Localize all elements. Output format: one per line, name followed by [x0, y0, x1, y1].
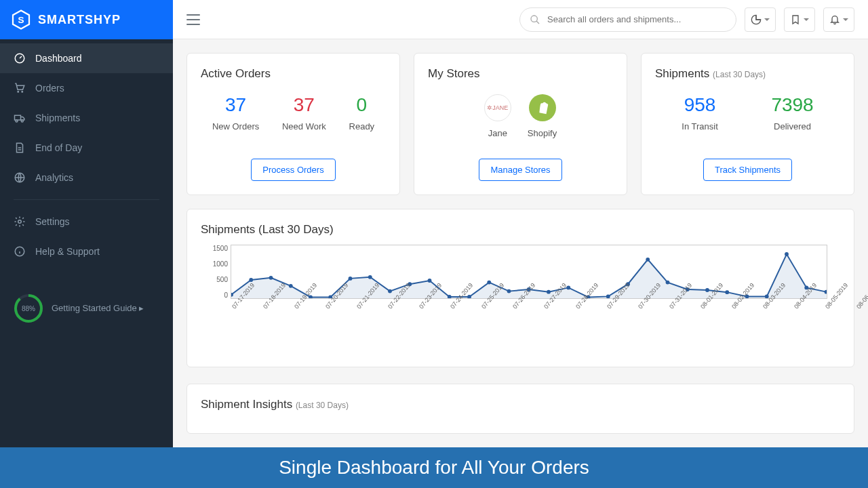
getting-started-label: Getting Started Guide ▸	[52, 303, 144, 314]
svg-point-24	[428, 279, 432, 283]
svg-point-16	[269, 276, 273, 280]
svg-point-3	[18, 92, 19, 93]
nav-item-end-of-day[interactable]: End of Day	[0, 133, 173, 163]
stat-in-transit: 958In Transit	[682, 94, 717, 131]
shipments-chart: 150010005000 07-17-201907-18-201907-19-2…	[201, 245, 840, 353]
progress-percent: 88%	[22, 305, 35, 312]
chart-title: Shipments (Last 30 Days)	[201, 223, 840, 237]
card-title: Shipments (Last 30 Days)	[655, 67, 840, 81]
footer-banner: Single Dashboard for All Your Orders	[0, 447, 868, 488]
sidebar: S SMARTSHYP Dashboard Orders Shipments E…	[0, 0, 173, 488]
insights-title: Shipment Insights (Last 30 Days)	[201, 398, 840, 411]
svg-point-38	[705, 288, 709, 292]
nav-separator	[14, 199, 159, 200]
manage-stores-button[interactable]: Manage Stores	[479, 159, 561, 181]
primary-nav: Dashboard Orders Shipments End of Day An…	[0, 39, 173, 266]
track-shipments-button[interactable]: Track Shipments	[703, 159, 792, 181]
svg-point-30	[547, 290, 551, 294]
active-orders-card: Active Orders 37New Orders 37Need Work 0…	[186, 53, 400, 195]
progress-ring: 88%	[14, 293, 43, 323]
y-axis: 150010005000	[201, 245, 228, 299]
caret-down-icon	[804, 18, 809, 21]
getting-started-widget[interactable]: 88% Getting Started Guide ▸	[0, 280, 173, 337]
nav-label: Analytics	[35, 172, 73, 183]
bookmark-menu-button[interactable]	[784, 7, 815, 32]
topbar	[173, 0, 868, 39]
main-area: Active Orders 37New Orders 37Need Work 0…	[173, 0, 868, 488]
nav-label: Settings	[35, 216, 70, 227]
pie-chart-icon	[751, 14, 762, 25]
shipments-chart-card: Shipments (Last 30 Days) 150010005000 07…	[186, 209, 854, 367]
process-orders-button[interactable]: Process Orders	[251, 159, 335, 181]
store-shopify[interactable]: Shopify	[528, 94, 557, 138]
nav-item-help[interactable]: Help & Support	[0, 237, 173, 266]
nav-label: Orders	[35, 83, 64, 94]
caret-down-icon	[843, 18, 848, 21]
nav-item-dashboard[interactable]: Dashboard	[0, 43, 173, 73]
svg-point-7	[21, 120, 23, 122]
svg-point-6	[16, 120, 18, 122]
stat-need-work: 37Need Work	[282, 94, 326, 131]
my-stores-card: My Stores ✲JANEJane Shopify Manage Store…	[414, 53, 627, 195]
stat-ready: 0Ready	[349, 94, 375, 131]
info-icon	[14, 245, 26, 258]
brand-name: SMARTSHYP	[38, 13, 121, 27]
svg-point-21	[368, 275, 372, 279]
speedometer-icon	[14, 52, 26, 64]
svg-text:S: S	[18, 15, 24, 25]
nav-label: End of Day	[35, 142, 82, 153]
svg-point-42	[785, 252, 789, 256]
svg-point-15	[249, 278, 253, 282]
nav-item-shipments[interactable]: Shipments	[0, 103, 173, 133]
nav-label: Dashboard	[35, 53, 82, 64]
bell-icon	[829, 14, 840, 25]
svg-point-20	[349, 277, 353, 281]
nav-label: Help & Support	[35, 246, 100, 257]
shipments-card: Shipments (Last 30 Days) 958In Transit 7…	[641, 53, 854, 195]
bookmark-icon	[790, 14, 801, 25]
x-axis: 07-17-201907-18-201907-19-201907-20-2019…	[231, 302, 840, 349]
search-box[interactable]	[519, 7, 736, 32]
store-jane[interactable]: ✲JANEJane	[484, 94, 511, 138]
cart-icon	[14, 82, 26, 94]
nav-label: Shipments	[35, 113, 80, 123]
shopify-store-icon	[529, 94, 556, 121]
stat-new-orders: 37New Orders	[212, 94, 259, 131]
svg-point-17	[289, 284, 293, 288]
jane-store-icon: ✲JANE	[484, 94, 511, 121]
nav-item-orders[interactable]: Orders	[0, 73, 173, 103]
stat-delivered: 7398Delivered	[771, 94, 813, 131]
notifications-button[interactable]	[823, 7, 854, 32]
nav-item-analytics[interactable]: Analytics	[0, 163, 173, 192]
nav-item-settings[interactable]: Settings	[0, 207, 173, 237]
svg-rect-5	[15, 115, 21, 120]
svg-point-13	[531, 16, 537, 22]
truck-icon	[14, 112, 26, 124]
gear-icon	[14, 216, 26, 228]
svg-point-27	[487, 281, 491, 285]
file-icon	[14, 142, 26, 154]
card-title: Active Orders	[201, 67, 386, 81]
svg-point-9	[18, 220, 22, 224]
search-input[interactable]	[547, 14, 726, 24]
svg-point-4	[22, 92, 23, 93]
svg-point-35	[646, 258, 650, 262]
svg-point-36	[666, 281, 670, 285]
caret-down-icon	[764, 18, 770, 21]
shipment-insights-card: Shipment Insights (Last 30 Days)	[186, 384, 854, 434]
hamburger-menu[interactable]	[186, 14, 200, 25]
logo-bar: S SMARTSHYP	[0, 0, 173, 39]
chevron-right-icon: ▸	[139, 303, 144, 313]
globe-icon	[14, 171, 26, 184]
content: Active Orders 37New Orders 37Need Work 0…	[173, 39, 868, 488]
card-title: My Stores	[428, 67, 613, 81]
chart-menu-button[interactable]	[745, 7, 776, 32]
search-icon	[530, 14, 540, 25]
brand-logo-icon: S	[11, 9, 31, 30]
